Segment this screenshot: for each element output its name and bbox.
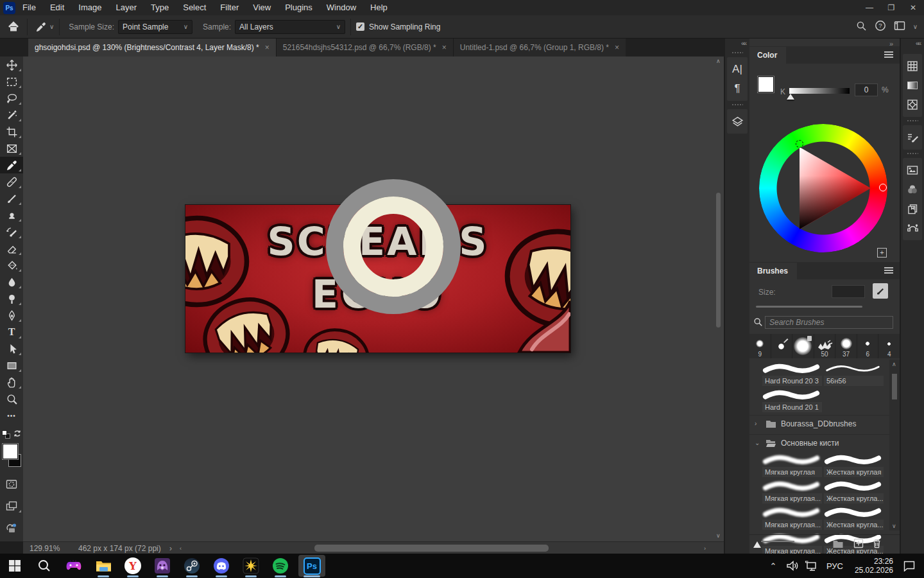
help-icon[interactable]: ?	[875, 20, 886, 33]
search-icon[interactable]	[856, 21, 867, 33]
menu-filter[interactable]: Filter	[213, 0, 246, 15]
color-themes-icon[interactable]	[903, 180, 922, 199]
triangle-cursor[interactable]	[796, 140, 803, 148]
chevron-down-icon[interactable]: ∨	[49, 23, 54, 30]
brush-folder-bourassa[interactable]: › Bourassa_DDbrushes	[749, 415, 889, 432]
brush-preset-toggle-icon[interactable]	[873, 283, 888, 299]
minimize-button[interactable]: —	[859, 0, 880, 15]
brush-item[interactable]: Жесткая кругла...	[824, 479, 884, 504]
brush-item[interactable]: Мягкая круглая...	[762, 479, 822, 504]
chevron-down-icon[interactable]: ⌄	[755, 439, 761, 446]
eyedropper-tool-preset-icon[interactable]	[33, 21, 49, 33]
document-tab-1[interactable]: ghsoigohdsi.psd @ 130% (Brightness/Contr…	[28, 39, 276, 57]
stroke-preview-slider[interactable]	[761, 541, 794, 542]
spot-healing-brush-tool[interactable]	[0, 173, 23, 190]
history-brush-tool[interactable]	[0, 223, 23, 240]
panel-gripper[interactable]	[907, 119, 918, 123]
default-colors-icon[interactable]	[2, 430, 10, 439]
steam-icon[interactable]	[177, 554, 207, 578]
frame-tool[interactable]	[0, 140, 23, 157]
recent-brush[interactable]	[771, 334, 793, 358]
type-tool[interactable]: T	[0, 324, 23, 340]
brush-item[interactable]: Мягкая круглая	[762, 453, 822, 477]
new-folder-icon[interactable]	[832, 537, 844, 550]
menu-file[interactable]: File	[15, 0, 43, 15]
brushes-panel-tab[interactable]: Brushes	[749, 263, 797, 279]
scroll-down-icon[interactable]: ∨	[716, 532, 721, 539]
swatches-panel-icon[interactable]	[903, 57, 922, 76]
gradients-panel-icon[interactable]	[903, 76, 922, 95]
menu-view[interactable]: View	[246, 0, 278, 15]
photoshop-taskbar-button[interactable]: Ps	[295, 554, 329, 578]
paths-panel-icon[interactable]	[903, 218, 922, 238]
zoom-level-field[interactable]: 129.91%	[30, 544, 68, 553]
canvas-area[interactable]: SCREAMS ECHO ∧ ∨	[23, 57, 724, 541]
expand-panels-chevrons[interactable]: ««	[916, 40, 920, 47]
hidden-icons-chevron[interactable]: ⌃	[765, 556, 782, 575]
swap-colors-icon[interactable]	[13, 429, 22, 440]
yandex-browser-icon[interactable]: Y	[118, 554, 148, 578]
eyedropper-tool[interactable]	[0, 157, 23, 173]
foreground-color-swatch[interactable]	[758, 76, 774, 92]
pen-tool[interactable]	[0, 307, 23, 324]
brush-item[interactable]: Мягкая круглая...	[762, 505, 822, 530]
rectangle-tool[interactable]	[0, 357, 23, 374]
document-tab-2[interactable]: 521654hdsjhs54312.psd @ 66,7% (RGB/8) * …	[276, 39, 453, 57]
move-tool[interactable]	[0, 57, 23, 73]
recent-brush[interactable]	[792, 334, 814, 358]
game-bar-icon[interactable]	[59, 554, 89, 578]
k-value-field[interactable]: 0	[855, 83, 878, 96]
hue-cursor[interactable]	[879, 184, 887, 191]
file-explorer-icon[interactable]	[89, 554, 118, 578]
eraser-tool[interactable]	[0, 240, 23, 257]
brush-settings-panel-icon[interactable]	[903, 128, 922, 147]
workspace-icon[interactable]	[894, 21, 905, 33]
menu-type[interactable]: Type	[144, 0, 176, 15]
recent-brush[interactable]: 37	[835, 334, 857, 358]
language-indicator[interactable]: РУС	[823, 556, 847, 575]
quick-mask-button[interactable]	[0, 476, 23, 493]
recent-brush[interactable]: 9	[749, 334, 771, 358]
horizontal-scrollbar-thumb[interactable]	[314, 545, 549, 552]
discord-icon[interactable]	[207, 554, 236, 578]
menu-window[interactable]: Window	[320, 0, 363, 15]
brush-scrollbar-thumb[interactable]	[892, 374, 897, 399]
scroll-left-icon[interactable]: ‹	[180, 545, 182, 552]
close-tab-icon[interactable]: ×	[265, 43, 270, 52]
hand-tool[interactable]	[0, 374, 23, 390]
chevron-down-icon[interactable]: ∨	[913, 23, 918, 30]
menu-edit[interactable]: Edit	[43, 0, 71, 15]
menu-plugins[interactable]: Plugins	[278, 0, 320, 15]
scroll-up-icon[interactable]: ∧	[892, 361, 896, 367]
object-selection-tool[interactable]	[0, 107, 23, 123]
panel-gripper[interactable]	[907, 152, 918, 155]
foreground-color-swatch[interactable]	[3, 444, 18, 459]
sample-size-dropdown[interactable]: Point Sample ∨	[118, 20, 193, 34]
blur-tool[interactable]	[0, 274, 23, 290]
screen-mode-button[interactable]	[0, 498, 23, 514]
panel-gripper[interactable]	[732, 51, 743, 55]
delete-brush-icon[interactable]	[870, 537, 883, 550]
clone-stamp-tool[interactable]	[0, 207, 23, 223]
stroke-preview-slider-thumb[interactable]	[753, 541, 761, 548]
start-button[interactable]	[0, 554, 30, 578]
crop-tool[interactable]	[0, 123, 23, 140]
zoom-tool[interactable]	[0, 390, 23, 407]
gradient-tool[interactable]	[0, 257, 23, 274]
brush-item[interactable]: Hard Round 20 1	[762, 388, 822, 412]
panel-menu-icon[interactable]	[884, 267, 893, 274]
k-slider-thumb[interactable]	[787, 94, 794, 100]
new-brush-icon[interactable]	[852, 537, 865, 550]
share-document-icon[interactable]	[0, 520, 23, 536]
status-options-chevron[interactable]: ›	[169, 544, 172, 553]
edit-toolbar-button[interactable]: •••	[0, 407, 23, 424]
panel-gripper[interactable]	[732, 103, 743, 107]
recent-brush[interactable]: 6	[857, 334, 879, 358]
close-button[interactable]: ✕	[902, 0, 924, 15]
rectangular-marquee-tool[interactable]	[0, 73, 23, 90]
brush-size-field[interactable]	[832, 285, 865, 298]
libraries-panel-icon[interactable]	[903, 161, 922, 180]
brush-folder-osnovnye[interactable]: ⌄ Основные кисти	[749, 434, 889, 451]
layers-panel-icon[interactable]	[727, 112, 748, 131]
path-selection-tool[interactable]	[0, 340, 23, 357]
